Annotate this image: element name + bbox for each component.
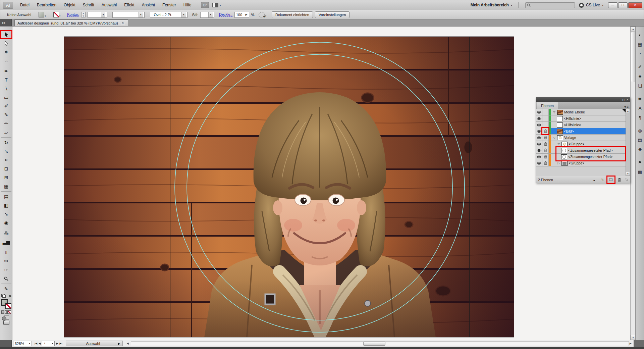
collapse-panel-icon[interactable]: ◂◂ (622, 98, 624, 101)
layer-visibility-toggle[interactable] (536, 141, 542, 147)
menu-item-ansicht[interactable]: Ansicht (138, 0, 159, 10)
drawing-mode-button[interactable] (4, 315, 9, 319)
eyedropper-tool[interactable]: ➘ (1, 210, 12, 218)
blend-tool[interactable]: ◉ (1, 218, 12, 227)
none-mode-button[interactable] (8, 310, 11, 314)
dock-gripper[interactable] (637, 123, 643, 125)
layer-visibility-toggle[interactable] (536, 109, 542, 115)
swatches-panel-icon[interactable]: ▦ (636, 40, 644, 48)
direct-selection-tool[interactable] (1, 39, 12, 48)
document-tab[interactable]: Aufkleber designen_rund_01.ai* bei 328 %… (14, 19, 128, 26)
zoom-level-select[interactable]: 328% ▾ (13, 341, 32, 346)
scroll-down-icon[interactable]: ▼ (626, 172, 630, 176)
magic-wand-tool[interactable]: ✶ (1, 48, 12, 56)
arrange-documents-button[interactable]: ▾ (212, 3, 221, 7)
dock-gripper[interactable] (637, 28, 643, 30)
first-page-button[interactable]: |◀ (35, 342, 37, 345)
gradient-tool[interactable]: ◧ (1, 201, 12, 210)
character-panel-icon[interactable]: A (636, 104, 644, 112)
restore-button[interactable]: ❐ (618, 2, 628, 8)
menu-item-fenster[interactable]: Fenster (159, 0, 180, 10)
opacity-link[interactable]: Deckkr.: (219, 12, 232, 17)
zoom-tool[interactable] (1, 274, 12, 283)
layer-row[interactable]: <Bild>○ (536, 128, 630, 135)
panel-gripper[interactable] (2, 11, 4, 18)
stroke-panel-icon[interactable]: ≣ (636, 95, 644, 103)
page-number-select[interactable]: 1 ▾ (42, 341, 55, 346)
scroll-down-icon[interactable]: ▼ (631, 335, 636, 340)
shape-builder-tool[interactable]: ⊞ (1, 173, 12, 182)
disclosure-open-icon[interactable]: ▽ (557, 143, 560, 146)
minimize-button[interactable]: — (608, 2, 618, 8)
default-fill-stroke-icon[interactable] (1, 294, 6, 298)
fill-stroke-proxy[interactable] (1, 299, 11, 309)
layer-row[interactable]: <Zusammengesetzter Pfad>○ (536, 147, 630, 154)
last-page-button[interactable]: ▶| (60, 342, 62, 345)
search-input[interactable] (525, 2, 575, 8)
layer-lock-toggle[interactable] (542, 160, 549, 166)
layer-lock-toggle[interactable] (542, 135, 549, 141)
rotate-tool[interactable]: ↻ (1, 138, 12, 147)
close-tab-icon[interactable]: ✕ (121, 21, 125, 25)
paragraph-panel-icon[interactable]: ¶ (636, 113, 644, 121)
canvas[interactable] (12, 27, 630, 340)
make-clip-mask-button[interactable]: ◒ (591, 177, 597, 183)
layer-row[interactable]: ▷<Gruppe>○ (536, 160, 630, 166)
swap-fill-stroke-icon[interactable]: ⇆ (9, 294, 11, 298)
disclosure-open-icon[interactable]: ▽ (552, 111, 556, 114)
hand-tool[interactable]: ☞ (1, 265, 12, 274)
perspective-grid-tool[interactable]: ▦ (1, 182, 12, 191)
layer-visibility-toggle[interactable] (536, 128, 542, 134)
layer-lock-toggle[interactable] (542, 115, 549, 121)
transform-panel-icon[interactable]: ▩ (636, 168, 644, 176)
symbol-sprayer-tool[interactable]: ⁂ (1, 229, 12, 238)
layer-visibility-toggle[interactable] (536, 115, 542, 121)
paintbrush-tool[interactable]: ✐ (1, 102, 12, 110)
scale-tool[interactable]: ↘ (1, 147, 12, 156)
new-layer-button[interactable]: ❏ (608, 177, 614, 183)
blob-brush-tool[interactable]: ✏ (1, 119, 12, 128)
vertical-scrollbar[interactable]: ▲ ▼ (630, 27, 635, 340)
annotation-pencil-tool[interactable]: ✎ (1, 285, 12, 293)
menu-item-datei[interactable]: Datei (16, 0, 33, 10)
free-transform-tool[interactable]: ⊡ (1, 164, 12, 173)
mesh-tool[interactable]: ▤ (1, 192, 12, 201)
prev-page-button[interactable]: ◀ (39, 342, 41, 345)
disclosure-open-icon[interactable]: ▽ (552, 136, 556, 139)
eraser-tool[interactable]: ▱ (1, 128, 12, 137)
menu-item-objekt[interactable]: Objekt (60, 0, 79, 10)
layer-lock-toggle[interactable] (542, 122, 549, 128)
layer-visibility-toggle[interactable] (536, 122, 542, 128)
fill-color-control[interactable]: ▾ (39, 12, 46, 17)
color-guide-panel-icon[interactable]: ◔ (636, 50, 644, 58)
cs-live-menu[interactable]: CS Live ▾ (579, 3, 603, 8)
scroll-left-icon[interactable]: ◀ (127, 342, 129, 345)
artboard-tool[interactable]: ⌗ (1, 248, 12, 257)
variable-width-combo[interactable]: ▾ (112, 12, 145, 18)
layer-lock-toggle[interactable] (542, 154, 549, 160)
next-page-button[interactable]: ▶ (56, 342, 58, 345)
layer-visibility-toggle[interactable] (536, 154, 542, 160)
scroll-up-icon[interactable]: ▲ (631, 27, 636, 32)
dock-gripper[interactable] (637, 155, 643, 157)
menu-item-hilfe[interactable]: Hilfe (180, 0, 195, 10)
horizontal-scrollbar-thumb[interactable] (363, 342, 385, 346)
layer-lock-toggle[interactable] (542, 128, 549, 134)
layer-row[interactable]: ▽Meine Ebene○ (536, 109, 630, 115)
dock-gripper[interactable] (637, 92, 643, 93)
type-tool[interactable]: T (1, 76, 12, 84)
layer-lock-toggle[interactable] (542, 147, 549, 153)
stroke-weight-link[interactable]: Kontur: (67, 12, 79, 17)
style-combo[interactable]: ▾ (200, 12, 214, 18)
transparency-panel-icon[interactable]: ◎ (636, 127, 644, 135)
disclosure-closed-icon[interactable]: ▷ (557, 162, 560, 165)
artboard-image[interactable] (64, 37, 514, 337)
tab-overflow-button[interactable]: ▸▸ (0, 19, 12, 26)
gradient-mode-button[interactable] (5, 310, 8, 314)
lasso-tool[interactable]: ∽ (1, 56, 12, 65)
status-tool-indicator[interactable]: Auswahl ▶ (66, 341, 123, 346)
panel-menu-icon[interactable]: ▾ ≡ (624, 105, 629, 109)
layer-row[interactable]: <Zusammengesetzter Pfad>○ (536, 154, 630, 160)
scroll-up-icon[interactable]: ▲ (626, 109, 630, 113)
layer-lock-toggle[interactable] (542, 109, 549, 115)
